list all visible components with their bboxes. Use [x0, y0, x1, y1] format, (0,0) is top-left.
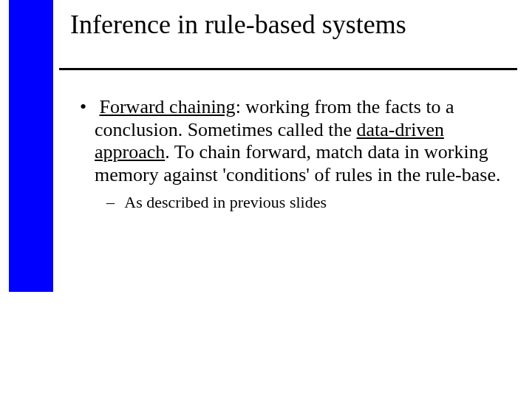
- slide: Inference in rule-based systems Forward …: [0, 0, 532, 399]
- slide-body: Forward chaining: working from the facts…: [74, 96, 510, 212]
- sub-bullet-previous-slides: As described in previous slides: [74, 193, 510, 212]
- sub-bullet-text: As described in previous slides: [124, 193, 327, 211]
- title-underline: [59, 68, 517, 70]
- accent-bar: [9, 0, 53, 292]
- bullet-forward-chaining: Forward chaining: working from the facts…: [74, 96, 510, 187]
- term-forward-chaining: Forward chaining: [100, 96, 236, 117]
- slide-title: Inference in rule-based systems: [70, 10, 514, 40]
